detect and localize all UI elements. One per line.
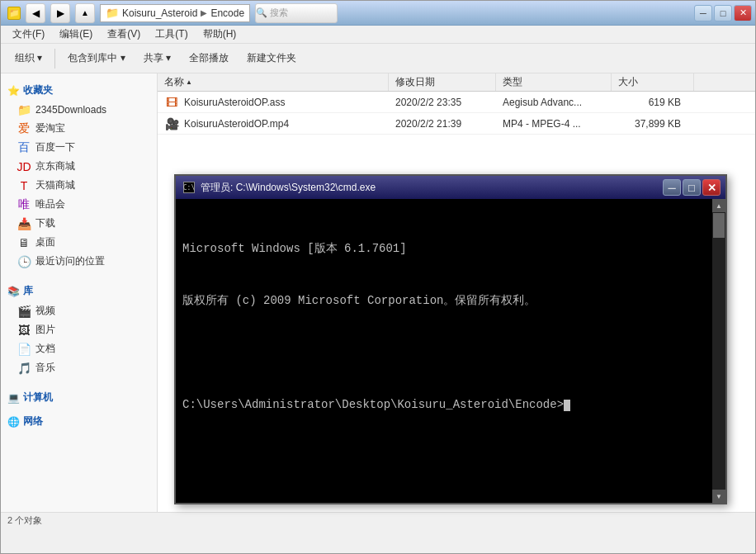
file-icon-0: 🎞 [164, 95, 179, 110]
maximize-button[interactable]: □ [714, 5, 732, 21]
desktop-icon: 🖥 [17, 236, 31, 249]
music-icon: 🎵 [17, 362, 31, 375]
cmd-body: Microsoft Windows [版本 6.1.7601] 版权所有 (c)… [176, 199, 725, 503]
folder-icon-2345: 📁 [17, 103, 31, 116]
minimize-button[interactable]: ─ [694, 5, 712, 21]
explorer-window: 📁 ◀ ▶ ▲ 📁 Koisuru_Asteroid ▶ Encode 🔍 搜索… [0, 0, 756, 554]
cmd-scroll-track [712, 212, 725, 490]
status-text: 2 个对象 [7, 514, 42, 527]
menu-file[interactable]: 文件(F) [6, 26, 51, 43]
computer-label: 计算机 [23, 391, 53, 405]
cmd-prompt-line: C:\Users\Administrator\Desktop\Koisuru_A… [182, 396, 719, 414]
menu-help[interactable]: 帮助(H) [196, 26, 243, 43]
sidebar-item-jd[interactable]: JD 京东商城 [1, 157, 157, 176]
share-label: 共享 ▾ [144, 51, 171, 65]
cmd-minimize-button[interactable]: ─ [663, 179, 681, 196]
network-header[interactable]: 🌐 网络 [1, 411, 157, 432]
libraries-icon: 📚 [7, 286, 20, 297]
sidebar-label-taobao: 爱淘宝 [35, 121, 65, 135]
forward-button[interactable]: ▶ [50, 3, 70, 23]
sidebar-item-recent[interactable]: 🕒 最近访问的位置 [1, 252, 157, 271]
cmd-line1: Microsoft Windows [版本 6.1.7601] [182, 240, 719, 258]
sidebar-item-taobao[interactable]: 爱 爱淘宝 [1, 119, 157, 138]
close-button[interactable]: ✕ [734, 5, 752, 21]
sidebar-item-baidu[interactable]: 百 百度一下 [1, 138, 157, 157]
menu-edit[interactable]: 编辑(E) [53, 26, 99, 43]
sidebar-item-documents[interactable]: 📄 文档 [1, 339, 157, 358]
up-button[interactable]: ▲ [75, 3, 95, 23]
cmd-app-icon: C:\ [182, 181, 196, 194]
col-date[interactable]: 修改日期 [389, 73, 496, 91]
file-date-0: 2020/2/2 23:35 [389, 97, 496, 108]
cmd-controls: ─ □ ✕ [663, 179, 721, 196]
col-name[interactable]: 名称 ▲ [158, 73, 389, 91]
col-type[interactable]: 类型 [496, 73, 612, 91]
play-all-button[interactable]: 全部播放 [182, 47, 236, 69]
sidebar-item-tmall[interactable]: T 天猫商城 [1, 176, 157, 195]
computer-section: 💻 计算机 [1, 387, 157, 408]
include-library-button[interactable]: 包含到库中 ▾ [60, 47, 132, 69]
title-bar-left: 📁 ◀ ▶ ▲ 📁 Koisuru_Asteroid ▶ Encode 🔍 搜索 [7, 3, 338, 23]
search-button[interactable]: 🔍 搜索 [255, 3, 338, 23]
file-row-1[interactable]: 🎥 KoisuruAsteroidOP.mp4 2020/2/2 21:39 M… [158, 113, 755, 135]
network-section: 🌐 网络 [1, 411, 157, 432]
toolbar: 组织 ▾ 包含到库中 ▾ 共享 ▾ 全部播放 新建文件夹 [1, 44, 755, 73]
cmd-cursor [564, 400, 570, 411]
address-bar[interactable]: 📁 Koisuru_Asteroid ▶ Encode [100, 4, 250, 22]
new-folder-button[interactable]: 新建文件夹 [239, 47, 304, 69]
sidebar-item-music[interactable]: 🎵 音乐 [1, 358, 157, 377]
cmd-scrollbar[interactable]: ▲ ▼ [712, 199, 725, 503]
favorites-label: 收藏夹 [23, 83, 53, 97]
cmd-line3 [182, 344, 719, 362]
cmd-title-text: 管理员: C:\Windows\System32\cmd.exe [201, 181, 376, 195]
cmd-scroll-up[interactable]: ▲ [712, 199, 725, 212]
libraries-header[interactable]: 📚 库 [1, 281, 157, 301]
cmd-maximize-button[interactable]: □ [683, 179, 701, 196]
cmd-close-button[interactable]: ✕ [702, 179, 721, 196]
cmd-prompt: C:\Users\Administrator\Desktop\Koisuru_A… [182, 398, 564, 411]
star-icon: ⭐ [7, 85, 20, 97]
file-name-1: 🎥 KoisuruAsteroidOP.mp4 [158, 116, 389, 131]
title-bar: 📁 ◀ ▶ ▲ 📁 Koisuru_Asteroid ▶ Encode 🔍 搜索… [1, 1, 755, 26]
sidebar-item-downloads[interactable]: 📥 下载 [1, 214, 157, 233]
col-size[interactable]: 大小 [612, 73, 694, 91]
sidebar-item-desktop[interactable]: 🖥 桌面 [1, 233, 157, 252]
tmall-icon: T [17, 179, 31, 192]
menu-tools[interactable]: 工具(T) [149, 26, 194, 43]
taobao-icon: 爱 [17, 122, 31, 135]
baidu-icon: 百 [17, 141, 31, 154]
cmd-window[interactable]: C:\ 管理员: C:\Windows\System32\cmd.exe ─ □… [174, 174, 727, 504]
sidebar-item-vip[interactable]: 唯 唯品会 [1, 195, 157, 214]
favorites-header[interactable]: ⭐ 收藏夹 [1, 80, 157, 101]
organize-button[interactable]: 组织 ▾ [7, 47, 50, 69]
network-label: 网络 [23, 414, 43, 429]
new-folder-label: 新建文件夹 [247, 51, 296, 65]
sidebar-item-images[interactable]: 🖼 图片 [1, 320, 157, 339]
sidebar-label-tmall: 天猫商城 [35, 178, 75, 192]
cmd-scroll-thumb[interactable] [713, 213, 725, 238]
sidebar: ⭐ 收藏夹 📁 2345Downloads 爱 爱淘宝 百 百度一下 JD [1, 73, 158, 512]
share-button[interactable]: 共享 ▾ [136, 47, 178, 69]
path-arrow-1: ▶ [201, 8, 207, 17]
file-type-0: Aegisub Advanc... [496, 97, 612, 108]
images-icon: 🖼 [17, 324, 31, 337]
path-segment-1: Koisuru_Asteroid [122, 7, 197, 19]
cmd-scroll-down[interactable]: ▼ [712, 490, 725, 503]
file-name-0: 🎞 KoisuruAsteroidOP.ass [158, 95, 389, 110]
file-row-0[interactable]: 🎞 KoisuruAsteroidOP.ass 2020/2/2 23:35 A… [158, 92, 755, 113]
back-button[interactable]: ◀ [26, 3, 45, 23]
computer-icon: 💻 [7, 392, 20, 404]
file-size-0: 619 KB [612, 97, 694, 108]
sidebar-item-2345downloads[interactable]: 📁 2345Downloads [1, 101, 157, 119]
sidebar-label-documents: 文档 [35, 342, 55, 356]
cmd-title-left: C:\ 管理员: C:\Windows\System32\cmd.exe [182, 181, 376, 195]
menu-view[interactable]: 查看(V) [101, 26, 147, 43]
sidebar-label-music: 音乐 [35, 361, 55, 375]
cmd-line2: 版权所有 (c) 2009 Microsoft Corporation。保留所有… [182, 292, 719, 310]
sidebar-label-desktop: 桌面 [35, 235, 55, 249]
sidebar-item-video[interactable]: 🎬 视频 [1, 301, 157, 320]
computer-header[interactable]: 💻 计算机 [1, 387, 157, 408]
cmd-icon-square: C:\ [183, 182, 195, 193]
libraries-label: 库 [23, 284, 33, 298]
sidebar-label-jd: 京东商城 [35, 159, 75, 173]
